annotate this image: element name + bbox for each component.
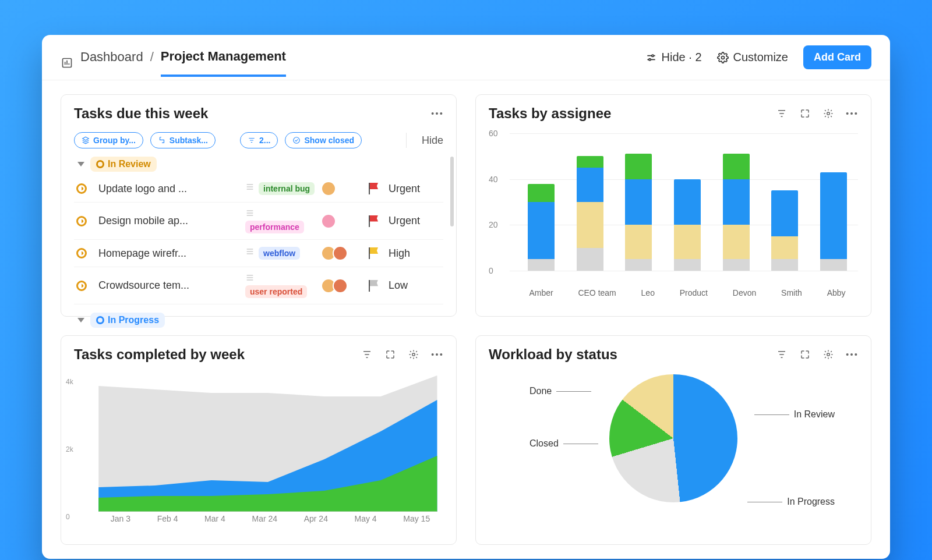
svg-point-8	[827, 112, 830, 115]
dashboard-icon	[61, 56, 73, 69]
more-icon[interactable]	[430, 107, 443, 120]
flag-icon	[368, 247, 378, 259]
svg-point-13	[432, 353, 434, 356]
task-name: Design mobile ap...	[98, 215, 239, 227]
task-tag: internal bug	[259, 182, 315, 195]
hide-button[interactable]: Hide · 2	[645, 51, 702, 64]
priority-label: Low	[389, 279, 441, 292]
card-title: Tasks completed by week	[74, 346, 245, 363]
task-tag: user reported	[245, 285, 307, 298]
expand-icon[interactable]	[384, 348, 397, 361]
list-icon	[245, 210, 256, 218]
task-row[interactable]: Design mobile ap... performance Urgent	[74, 203, 443, 240]
pie-label: Done	[529, 386, 591, 396]
svg-point-9	[846, 112, 849, 115]
pie-label: In Review	[754, 409, 835, 420]
gear-icon	[717, 52, 729, 63]
task-row[interactable]: Crowdsource tem... user reported Low	[74, 267, 443, 304]
breadcrumb: Dashboard / Project Management	[61, 49, 286, 77]
bar-chart: 0204060	[489, 133, 858, 285]
hide-link[interactable]: Hide	[422, 134, 443, 147]
pie-chart: DoneClosedIn ReviewIn Progress	[489, 374, 858, 526]
task-row[interactable]: Homepage wirefr... webflow High	[74, 240, 443, 267]
svg-point-11	[855, 112, 857, 115]
card-tasks-due: Tasks due this week Group by... Subtask.…	[61, 94, 457, 317]
group-header-review[interactable]: In Review	[77, 157, 443, 172]
customize-label: Customize	[733, 51, 788, 64]
x-label: May 15	[403, 514, 430, 523]
show-closed-pill[interactable]: Show closed	[285, 132, 362, 148]
add-card-button[interactable]: Add Card	[803, 45, 871, 69]
group-by-pill[interactable]: Group by...	[74, 132, 143, 148]
subtask-pill[interactable]: Subtask...	[150, 132, 216, 148]
svg-point-14	[436, 353, 438, 356]
bar	[771, 190, 798, 271]
filter-icon[interactable]	[361, 348, 373, 361]
card-title: Tasks by assignee	[489, 105, 611, 122]
gear-icon[interactable]	[407, 348, 420, 361]
assignee-avatars	[321, 214, 362, 229]
flag-icon	[368, 215, 378, 227]
top-actions: Hide · 2 Customize Add Card	[645, 45, 871, 80]
area-chart: Jan 3Feb 4Mar 4Mar 24Apr 24May 4May 15	[74, 372, 443, 523]
hide-label: Hide · 2	[662, 51, 702, 64]
group-header-progress[interactable]: In Progress	[77, 313, 443, 328]
x-label: Product	[680, 288, 708, 297]
task-name: Update logo and ...	[98, 183, 239, 195]
gear-icon[interactable]	[822, 107, 835, 120]
task-status-icon	[76, 183, 87, 194]
svg-point-3	[721, 56, 724, 59]
breadcrumb-separator: /	[150, 49, 154, 76]
assignee-avatars	[321, 181, 362, 196]
task-row[interactable]: Update logo and ... internal bug Urgent	[74, 175, 443, 203]
app-window: Dashboard / Project Management Hide · 2 …	[42, 35, 890, 559]
svg-point-17	[827, 353, 830, 356]
more-icon[interactable]	[845, 107, 858, 120]
task-tag: webflow	[259, 247, 300, 260]
breadcrumb-root[interactable]: Dashboard	[80, 49, 143, 76]
card-tasks-completed: Tasks completed by week 4k2k0 Jan 3Feb 4…	[61, 335, 457, 545]
more-icon[interactable]	[845, 348, 858, 361]
expand-icon[interactable]	[799, 348, 811, 361]
more-icon[interactable]	[430, 348, 443, 361]
customize-button[interactable]: Customize	[717, 51, 788, 64]
task-status-icon	[76, 281, 87, 291]
filter-icon[interactable]	[775, 348, 788, 361]
x-label: Mar 24	[252, 514, 277, 523]
bar	[577, 156, 603, 271]
svg-point-20	[855, 353, 857, 356]
assignee-avatars	[321, 278, 362, 293]
filter-icon[interactable]	[775, 107, 788, 120]
pie-label: In Progress	[747, 497, 835, 507]
bar	[723, 154, 750, 271]
x-label: Leo	[641, 288, 655, 297]
svg-point-4	[432, 112, 434, 115]
priority-label: Urgent	[389, 215, 441, 227]
task-status-icon	[76, 248, 87, 258]
sliders-icon	[645, 52, 657, 63]
count-pill[interactable]: 2...	[240, 132, 278, 148]
chevron-down-icon	[77, 318, 84, 322]
svg-point-15	[440, 353, 442, 356]
list-icon	[245, 183, 256, 192]
flag-icon	[368, 280, 378, 292]
card-tasks-assignee: Tasks by assignee 0204060 AmberCEO teamL…	[475, 94, 871, 317]
x-label: Amber	[529, 288, 553, 297]
card-workload: Workload by status DoneClosedIn ReviewIn…	[475, 335, 871, 545]
gear-icon[interactable]	[822, 348, 835, 361]
task-tag: performance	[245, 221, 304, 233]
svg-point-19	[850, 353, 853, 356]
priority-label: High	[389, 247, 441, 260]
x-label: May 4	[355, 514, 377, 523]
svg-point-10	[850, 112, 853, 115]
breadcrumb-current[interactable]: Project Management	[161, 49, 286, 77]
list-icon	[245, 274, 256, 282]
scrollbar-thumb[interactable]	[450, 157, 454, 226]
priority-label: Urgent	[389, 183, 441, 195]
bar	[528, 184, 555, 271]
x-label: Mar 4	[204, 514, 225, 523]
list-icon	[245, 248, 256, 256]
pie-label: Closed	[529, 438, 598, 449]
svg-point-2	[648, 58, 650, 60]
expand-icon[interactable]	[799, 107, 811, 120]
